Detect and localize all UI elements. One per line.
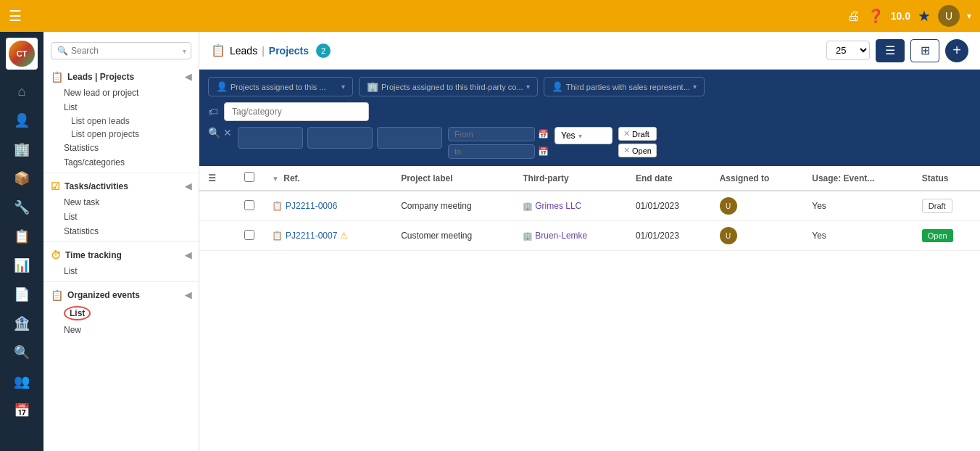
star-icon[interactable]: ★ xyxy=(918,7,931,25)
nav-tools[interactable]: 🔧 xyxy=(6,194,38,220)
nav-leads[interactable]: 📋 xyxy=(6,223,38,249)
nav-products[interactable]: 📦 xyxy=(6,165,38,191)
sidebar-section-leads: 📋 Leads | Projects ◀ New lead or project… xyxy=(43,67,199,170)
assigned-filter[interactable]: 👤 Projects assigned to this ... ▾ xyxy=(208,77,353,96)
third-party-icon: 🏢 xyxy=(523,202,533,211)
sidebar-item-new-lead[interactable]: New lead or project xyxy=(43,86,199,100)
nav-search[interactable]: 🔍 xyxy=(6,339,38,365)
select-all-checkbox[interactable] xyxy=(244,172,254,182)
page-size-select[interactable]: 25 50 100 xyxy=(826,41,870,60)
leads-section-title: Leads | Projects xyxy=(67,72,134,82)
filter-clear-icon[interactable]: ✕ xyxy=(223,127,232,138)
usage-event-filter[interactable]: Yes ▾ xyxy=(555,127,612,144)
list-view-button[interactable]: ☰ xyxy=(876,39,905,62)
avatar-initial: U xyxy=(945,10,952,22)
sidebar-tasks-header[interactable]: ☑ Tasks/activities ◀ xyxy=(43,176,199,195)
ref-link[interactable]: 📋 PJ2211-0006 xyxy=(272,201,383,211)
add-record-button[interactable]: + xyxy=(945,39,968,62)
row-checkbox[interactable] xyxy=(244,230,254,240)
leads-collapse-icon[interactable]: ◀ xyxy=(185,72,191,82)
events-collapse-icon[interactable]: ◀ xyxy=(185,290,191,300)
sales-rep-filter[interactable]: 👤 Third parties with sales represent... … xyxy=(544,77,705,96)
third-party-link[interactable]: 🏢 Bruen-Lemke xyxy=(523,231,618,241)
nav-calendar[interactable]: 📅 xyxy=(6,397,38,423)
sidebar-item-time-list[interactable]: List xyxy=(43,264,199,278)
date-to-calendar-icon[interactable]: 📅 xyxy=(538,146,549,157)
sidebar-search-chevron[interactable]: ▾ xyxy=(183,47,186,55)
td-assigned: U xyxy=(711,221,804,251)
sidebar-search-input[interactable] xyxy=(71,46,180,56)
sidebar-item-tags[interactable]: Tags/categories xyxy=(43,155,199,170)
filter-box-3[interactable] xyxy=(377,127,442,149)
nav-bank[interactable]: 🏦 xyxy=(6,310,38,336)
date-from-calendar-icon[interactable]: 📅 xyxy=(538,129,549,139)
topbar: ☰ 🖨 ❓ 10.0 ★ U ▾ xyxy=(0,0,980,32)
sidebar-item-list-header[interactable]: List xyxy=(43,100,199,115)
breadcrumb-text: Leads xyxy=(230,45,257,57)
remove-draft-icon[interactable]: ✕ xyxy=(623,129,630,138)
third-party-link[interactable]: 🏢 Grimes LLC xyxy=(523,201,618,211)
filter-box-1[interactable] xyxy=(238,127,303,149)
filter-search-icon[interactable]: 🔍 xyxy=(208,127,220,138)
events-section-icon: 📋 xyxy=(51,289,63,301)
sidebar-time-header[interactable]: ⏱ Time tracking ◀ xyxy=(43,245,199,264)
breadcrumb-projects-link[interactable]: Projects xyxy=(269,45,309,57)
th-ref[interactable]: ▼ Ref. xyxy=(263,166,392,191)
sidebar-search-box[interactable]: 🔍 ▾ xyxy=(51,42,191,59)
ref-link[interactable]: 📋 PJ2211-0007 ⚠ xyxy=(272,231,383,241)
filter-search-icons: 🔍 ✕ xyxy=(208,127,232,138)
grid-view-button[interactable]: ⊞ xyxy=(910,39,939,62)
status-tag-open[interactable]: ✕ Open xyxy=(618,144,657,157)
nav-people[interactable]: 👥 xyxy=(6,368,38,394)
nav-invoices[interactable]: 📄 xyxy=(6,281,38,307)
sidebar-item-tasks-list[interactable]: List xyxy=(43,210,199,224)
building-icon: 🏢 xyxy=(367,81,378,92)
sales-rep-chevron: ▾ xyxy=(693,83,697,91)
remove-open-icon[interactable]: ✕ xyxy=(623,146,630,155)
sidebar-events-header[interactable]: 📋 Organized events ◀ xyxy=(43,285,199,304)
sidebar-leads-header[interactable]: 📋 Leads | Projects ◀ xyxy=(43,67,199,86)
date-from-input[interactable] xyxy=(448,127,535,141)
row-checkbox[interactable] xyxy=(244,200,254,210)
grid-view-icon: ⊞ xyxy=(921,44,930,57)
nav-buildings[interactable]: 🏢 xyxy=(6,136,38,162)
time-collapse-icon[interactable]: ◀ xyxy=(185,250,191,260)
sidebar-item-new-task[interactable]: New task xyxy=(43,195,199,210)
sidebar-item-statistics-leads[interactable]: Statistics xyxy=(43,141,199,155)
time-section-icon: ⏱ xyxy=(51,249,61,261)
help-icon[interactable]: ❓ xyxy=(868,8,884,24)
app-logo[interactable]: CT xyxy=(6,38,38,70)
print-icon[interactable]: 🖨 xyxy=(847,9,860,24)
th-end-date-text: End date xyxy=(636,173,673,183)
table-row: 📋 PJ2211-0007 ⚠ Customer meeting 🏢 Bruen… xyxy=(199,221,980,251)
user-avatar[interactable]: U xyxy=(938,5,960,27)
th-assigned: Assigned to xyxy=(711,166,804,191)
nav-home[interactable]: ⌂ xyxy=(6,78,38,104)
sidebar-item-statistics-tasks[interactable]: Statistics xyxy=(43,224,199,239)
sidebar-item-events-new[interactable]: New xyxy=(43,323,199,337)
assigned-avatar: U xyxy=(720,227,737,244)
date-to-input[interactable] xyxy=(448,144,535,159)
td-ref: 📋 PJ2211-0007 ⚠ xyxy=(263,221,392,251)
assigned-person-icon: 👤 xyxy=(216,81,228,92)
breadcrumb-separator: | xyxy=(262,45,265,57)
status-tag-draft[interactable]: ✕ Draft xyxy=(618,127,657,141)
sidebar-item-list-open-projects[interactable]: List open projects xyxy=(43,128,199,141)
third-party-company-filter[interactable]: 🏢 Projects assigned to this third-party … xyxy=(359,77,538,96)
date-to-row: 📅 xyxy=(448,144,549,159)
td-checkbox xyxy=(236,221,263,251)
user-menu-chevron[interactable]: ▾ xyxy=(967,11,971,21)
tasks-collapse-icon[interactable]: ◀ xyxy=(185,181,191,191)
breadcrumb-count-badge[interactable]: 2 xyxy=(316,44,331,58)
tasks-section-title: Tasks/activities xyxy=(65,181,128,191)
sidebar-item-list-open-leads[interactable]: List open leads xyxy=(43,115,199,128)
filter-box-2[interactable] xyxy=(307,127,373,149)
nav-contacts[interactable]: 👤 xyxy=(6,107,38,133)
sidebar-item-events-list[interactable]: List xyxy=(43,304,199,323)
td-status: Open xyxy=(913,221,980,251)
hamburger-menu[interactable]: ☰ xyxy=(9,7,22,25)
tag-category-input[interactable] xyxy=(224,102,369,121)
nav-reports[interactable]: 📊 xyxy=(6,252,38,278)
table-header-row: ☰ ▼ Ref. Project label Th xyxy=(199,166,980,191)
ref-icon: 📋 xyxy=(272,201,283,211)
